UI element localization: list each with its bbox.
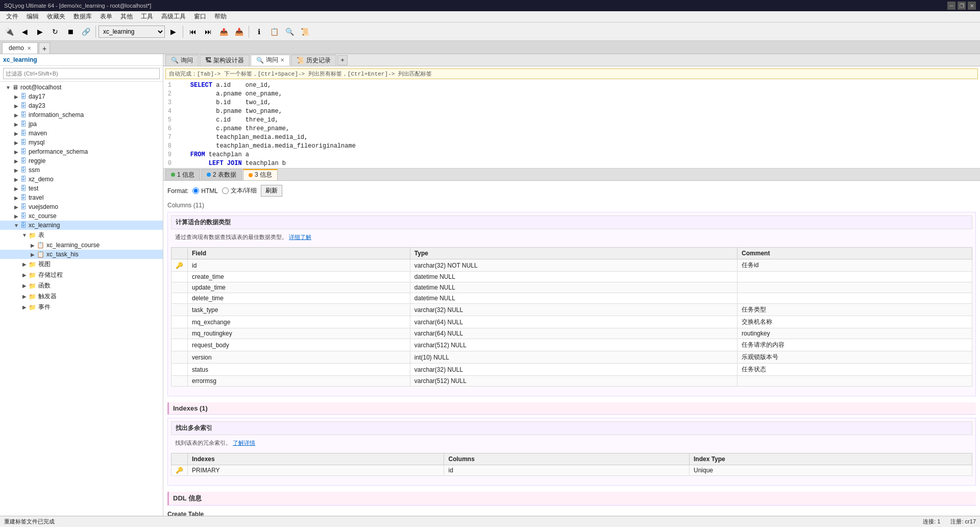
format-html-radio[interactable] xyxy=(192,187,199,194)
toggle[interactable]: ▶ xyxy=(12,177,20,182)
toggle[interactable]: ▶ xyxy=(12,158,20,164)
filter-input[interactable] xyxy=(3,68,160,79)
toggle[interactable]: ▶ xyxy=(12,167,20,173)
tree-item-reggie[interactable]: ▶ 🗄 reggie xyxy=(0,156,163,165)
toggle[interactable]: ▶ xyxy=(20,272,29,278)
toggle[interactable]: ▶ xyxy=(12,122,20,127)
tree-item-events-folder[interactable]: ▶ 📁 事件 xyxy=(0,302,163,313)
tree-item-vuejsdemo[interactable]: ▶ 🗄 vuejsdemo xyxy=(0,202,163,211)
toggle[interactable]: ▶ xyxy=(12,213,20,219)
minimize-button[interactable]: ─ xyxy=(947,2,955,10)
back-button[interactable]: ◀ xyxy=(17,25,32,39)
toggle[interactable]: ▶ xyxy=(12,195,20,201)
tree-item-xz-demo[interactable]: ▶ 🗄 xz_demo xyxy=(0,175,163,184)
tree-root[interactable]: ▼ 🖥 root@localhost xyxy=(0,83,163,92)
tab-query-1[interactable]: 🔍 询问 xyxy=(165,55,199,66)
toggle[interactable]: ▶ xyxy=(12,204,20,210)
db-selector[interactable]: xc_learning xyxy=(99,26,165,38)
root-toggle[interactable]: ▼ xyxy=(4,85,12,90)
tree-item-information-schema[interactable]: ▶ 🗄 information_schema xyxy=(0,110,163,119)
menu-tools[interactable]: 工具 xyxy=(137,11,157,22)
query-button[interactable]: 🔍 xyxy=(282,25,297,39)
schema-button[interactable]: 📋 xyxy=(267,25,281,39)
history-button[interactable]: 📜 xyxy=(298,25,312,39)
tree-item-jpa[interactable]: ▶ 🗄 jpa xyxy=(0,119,163,129)
tree-item-views-folder[interactable]: ▶ 📁 视图 xyxy=(0,259,163,270)
toggle[interactable]: ▶ xyxy=(12,186,20,191)
menu-favorites[interactable]: 收藏夹 xyxy=(43,11,69,22)
refresh-button[interactable]: ↻ xyxy=(48,25,62,39)
redundant-link[interactable]: 了解详情 xyxy=(233,440,255,446)
inner-tab-add[interactable]: + xyxy=(337,55,348,65)
new-connection-button[interactable]: 🔌 xyxy=(2,25,16,39)
format-text-radio[interactable] xyxy=(222,187,229,194)
tree-item-test[interactable]: ▶ 🗄 test xyxy=(0,184,163,193)
key-cell xyxy=(172,304,188,316)
result-tab-1[interactable]: 1 信息 xyxy=(165,169,200,180)
doc-tab-close[interactable]: ✕ xyxy=(27,45,31,51)
forward-button[interactable]: ▶ xyxy=(33,25,47,39)
best-data-type-link[interactable]: 详细了解 xyxy=(289,234,311,240)
tab-schema-designer[interactable]: 🏗 架构设计器 xyxy=(200,55,250,66)
menu-help[interactable]: 帮助 xyxy=(210,11,231,22)
tree-item-functions-folder[interactable]: ▶ 📁 函数 xyxy=(0,280,163,291)
tree-item-tables-folder[interactable]: ▼ 📁 表 xyxy=(0,230,163,241)
tree-item-procedures-folder[interactable]: ▶ 📁 存储过程 xyxy=(0,270,163,280)
export-button[interactable]: 📤 xyxy=(216,25,231,39)
result-tab-3[interactable]: 3 信息 xyxy=(243,169,278,180)
stop-button[interactable]: ⏹ xyxy=(63,25,78,39)
tree-item-performance-schema[interactable]: ▶ 🗄 performance_schema xyxy=(0,147,163,156)
tab-close-icon[interactable]: ✕ xyxy=(280,57,284,63)
prev-result-button[interactable]: ⏮ xyxy=(186,25,200,39)
toggle[interactable]: ▶ xyxy=(12,103,20,109)
connect-button[interactable]: 🔗 xyxy=(79,25,93,39)
menu-database[interactable]: 数据库 xyxy=(69,11,96,22)
menu-table[interactable]: 表单 xyxy=(96,11,116,22)
format-html-label[interactable]: HTML xyxy=(192,187,218,195)
editor-area[interactable]: 自动完成：[Tab]-> 下一个标签，[Ctrl+Space]-> 列出所有标签… xyxy=(163,66,980,169)
toggle[interactable]: ▶ xyxy=(12,94,20,100)
toggle[interactable]: ▶ xyxy=(12,131,20,136)
toggle[interactable]: ▶ xyxy=(12,140,20,146)
tree-item-ssm[interactable]: ▶ 🗄 ssm xyxy=(0,165,163,175)
tree-item-day23[interactable]: ▶ 🗄 day23 xyxy=(0,101,163,110)
tree-item-xc-task-his[interactable]: ▶ 📋 xc_task_his xyxy=(0,250,163,259)
tree-item-maven[interactable]: ▶ 🗄 maven xyxy=(0,129,163,138)
table-info-button[interactable]: ℹ xyxy=(252,25,266,39)
code-content[interactable]: SELECT a.id one_id, a.pname one_pname, b… xyxy=(176,81,978,169)
result-tab-2[interactable]: 2 表数据 xyxy=(201,169,242,180)
toggle[interactable]: ▶ xyxy=(20,261,29,267)
format-text-label[interactable]: 文本/详细 xyxy=(222,186,257,195)
tab-query-active[interactable]: 🔍 询问 ✕ xyxy=(251,55,290,66)
menu-advanced[interactable]: 高级工具 xyxy=(157,11,190,22)
toggle[interactable]: ▶ xyxy=(12,112,20,118)
doc-tab-demo[interactable]: demo ✕ xyxy=(2,42,38,54)
toggle[interactable]: ▶ xyxy=(20,304,29,310)
menu-edit[interactable]: 编辑 xyxy=(22,11,43,22)
refresh-btn[interactable]: 刷新 xyxy=(261,185,282,197)
doc-tab-add[interactable]: + xyxy=(39,42,50,54)
menu-other[interactable]: 其他 xyxy=(116,11,137,22)
menu-file[interactable]: 文件 xyxy=(2,11,22,22)
next-result-button[interactable]: ⏭ xyxy=(201,25,215,39)
tab-history[interactable]: 📜 历史记录 xyxy=(291,55,336,66)
tree-item-xc-course[interactable]: ▶ 🗄 xc_course xyxy=(0,211,163,221)
toggle[interactable]: ▶ xyxy=(12,149,20,155)
tree-item-day17[interactable]: ▶ 🗄 day17 xyxy=(0,92,163,101)
toggle[interactable]: ▶ xyxy=(20,283,29,289)
restore-button[interactable]: ❐ xyxy=(958,2,966,10)
tree-item-travel[interactable]: ▶ 🗄 travel xyxy=(0,193,163,202)
toggle[interactable]: ▼ xyxy=(20,232,29,238)
toggle[interactable]: ▶ xyxy=(20,294,29,299)
tree-item-triggers-folder[interactable]: ▶ 📁 触发器 xyxy=(0,291,163,302)
tree-item-xc-learning[interactable]: ▼ 🗄 xc_learning xyxy=(0,221,163,230)
execute-button[interactable]: ▶ xyxy=(166,25,180,39)
menu-window[interactable]: 窗口 xyxy=(190,11,210,22)
close-button[interactable]: ✕ xyxy=(968,2,976,10)
tree-item-xc-learning-course[interactable]: ▶ 📋 xc_learning_course xyxy=(0,241,163,250)
tree-item-mysql[interactable]: ▶ 🗄 mysql xyxy=(0,138,163,147)
toggle[interactable]: ▶ xyxy=(29,243,37,248)
toggle[interactable]: ▼ xyxy=(12,223,20,228)
toggle[interactable]: ▶ xyxy=(29,252,37,257)
import-button[interactable]: 📥 xyxy=(232,25,246,39)
